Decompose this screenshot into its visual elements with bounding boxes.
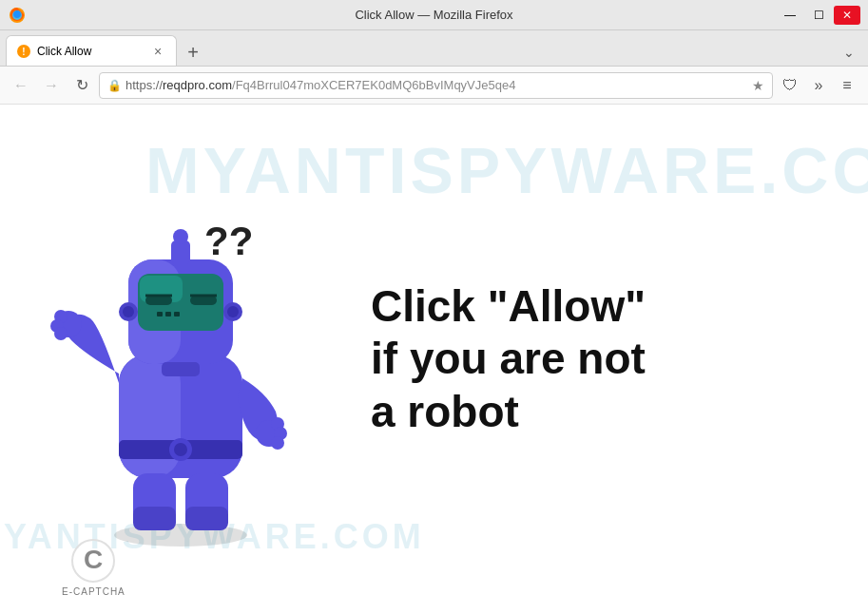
svg-rect-39 [185,507,228,530]
bookmark-icon[interactable]: ★ [752,78,764,93]
firefox-logo-icon [8,6,27,25]
svg-rect-20 [174,312,180,317]
url-display: https://reqdpro.com/Fq4Brrul047moXCER7EK… [125,78,748,92]
svg-point-26 [227,306,239,317]
titlebar: Click Allow — Mozilla Firefox — ☐ ✕ [0,0,868,30]
lock-icon: 🔒 [107,79,122,92]
main-text-line1: Click "Allow" [371,280,646,333]
titlebar-controls: — ☐ ✕ [777,6,860,25]
extensions-button[interactable]: » [805,72,832,99]
robot-svg: ?? [48,155,314,554]
ecaptcha-label: E-CAPTCHA [62,586,125,597]
tab-overflow-button[interactable]: ⌄ [836,39,862,66]
svg-rect-19 [165,312,171,317]
nav-right-icons: 🛡 » ≡ [777,72,860,99]
svg-rect-18 [157,312,163,317]
svg-rect-37 [133,507,176,530]
menu-button[interactable]: ≡ [834,72,860,99]
svg-point-22 [173,229,188,244]
tab-close-button[interactable]: × [149,43,166,60]
url-path: /Fq4Brrul047moXCER7EK0dMQ6bBvIMqyVJe5qe4 [232,78,515,92]
url-prefix: https:// [125,78,163,92]
ecaptcha-section: C E-CAPTCHA [62,539,125,597]
svg-point-24 [123,306,134,317]
tab-label: Click Allow [37,45,144,58]
navbar: ← → ↻ 🔒 https://reqdpro.com/Fq4Brrul047m… [0,67,868,105]
svg-rect-27 [162,362,200,376]
page-content: MYANTISPYWARE.COM MYANTISPYWARE.COM [0,105,868,614]
svg-point-35 [271,436,284,450]
shield-button[interactable]: 🛡 [777,72,803,99]
svg-point-9 [174,443,187,456]
main-text-line3: a robot [371,386,646,438]
ecaptcha-logo-icon: C [71,539,115,583]
svg-text:??: ?? [204,219,253,263]
minimize-button[interactable]: — [777,6,803,25]
active-tab[interactable]: ! Click Allow × [6,35,177,66]
close-button[interactable]: ✕ [834,6,860,25]
back-button[interactable]: ← [8,72,34,99]
window-title: Click Allow — Mozilla Firefox [355,8,512,22]
url-domain: reqdpro.com [163,78,232,92]
address-bar[interactable]: 🔒 https://reqdpro.com/Fq4Brrul047moXCER7… [99,72,773,99]
forward-button[interactable]: → [38,72,65,99]
svg-point-31 [54,327,68,340]
svg-text:!: ! [22,47,25,57]
titlebar-left [8,6,27,25]
reload-button[interactable]: ↻ [68,72,95,99]
tabbar: ! Click Allow × + ⌄ [0,30,868,67]
robot-illustration: ?? [48,155,352,564]
main-text-line2: if you are not [371,333,646,385]
maximize-button[interactable]: ☐ [805,6,832,25]
svg-point-4 [114,524,247,547]
tab-favicon-icon: ! [16,44,31,59]
new-tab-button[interactable]: + [179,39,207,66]
page-main-text: Click "Allow" if you are not a robot [371,280,646,438]
svg-text:C: C [84,545,103,574]
